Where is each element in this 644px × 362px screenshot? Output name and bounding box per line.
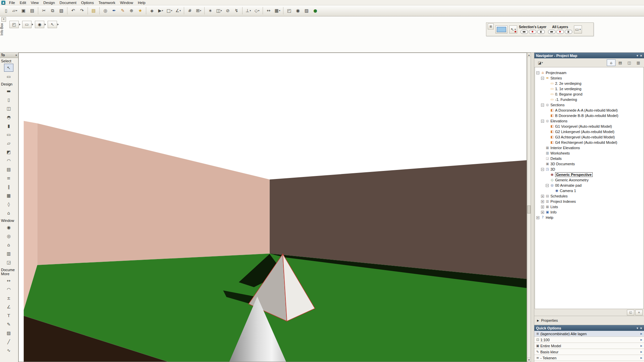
quick-option-row[interactable]: ⊡1:100▶ xyxy=(534,337,644,343)
selection-status-button[interactable] xyxy=(529,30,536,34)
tree-item[interactable]: +▥Project Indexes xyxy=(535,199,643,204)
tree-item[interactable]: ▣3D Documents xyxy=(535,161,643,167)
orbit-button[interactable]: ◉ xyxy=(35,21,44,28)
menu-teamwork[interactable]: Teamwork xyxy=(96,0,118,5)
roof-tool[interactable]: ◩ xyxy=(4,148,13,156)
tree-item[interactable]: −⌂Projectnaam xyxy=(535,70,643,75)
new-button[interactable]: ▯ xyxy=(2,6,10,15)
scroll-down-icon[interactable]: ▼ xyxy=(527,358,531,362)
print-button[interactable]: ▤ xyxy=(28,6,36,15)
expand-icon[interactable]: + xyxy=(541,211,544,214)
mesh-tool[interactable]: ▦ xyxy=(4,191,13,199)
tree-item[interactable]: ◧G1 Voorgevel (Auto-rebuild Model) xyxy=(535,124,643,129)
menu-window[interactable]: Window xyxy=(118,0,136,5)
menu-edit[interactable]: Edit xyxy=(17,0,29,5)
selection-show-button[interactable] xyxy=(521,30,528,34)
shell-tool[interactable]: ◠ xyxy=(4,157,13,165)
pencil-button[interactable]: ✎ xyxy=(119,6,127,15)
tree-item[interactable]: −◳3D xyxy=(535,167,643,172)
layer-arrow-button[interactable]: ↖▾ xyxy=(509,25,517,34)
chevron-down-icon[interactable]: ▾ xyxy=(637,326,638,330)
close-icon[interactable]: × xyxy=(640,326,642,330)
tree-item[interactable]: ◲Details xyxy=(535,156,643,161)
properties-expander[interactable]: ▶ Properties xyxy=(534,316,644,325)
tree-item[interactable]: ▭2. 2e verdieping xyxy=(535,81,643,86)
collapse-icon[interactable]: − xyxy=(541,168,544,171)
spline-tool[interactable]: ∿ xyxy=(4,346,13,354)
stair-tool[interactable]: ≡ xyxy=(4,174,13,182)
all-show-button[interactable] xyxy=(548,30,555,34)
section-tool[interactable]: ◎ xyxy=(4,232,13,240)
quick-option-row[interactable]: ✎Basis kleur▶ xyxy=(534,349,644,355)
curtain-wall-tool[interactable]: ▤ xyxy=(4,165,13,173)
elevation-tool[interactable]: ⌂ xyxy=(4,241,13,249)
redo-button[interactable]: ↷ xyxy=(78,6,86,15)
marquee-tool[interactable]: ▭ xyxy=(4,72,13,80)
tree-item[interactable]: +?Help xyxy=(535,215,643,220)
all-lock-button[interactable] xyxy=(565,30,572,34)
close-icon[interactable]: × xyxy=(640,54,642,57)
quick-option-row[interactable]: ≣(lagencombinatie) Alle lagen▶ xyxy=(534,331,644,337)
menu-file[interactable]: File xyxy=(7,0,17,5)
snap-options-button[interactable]: ⊞▾ xyxy=(195,6,203,15)
marquee-button[interactable]: ▭ xyxy=(22,21,32,28)
quick-option-row[interactable]: ≡- Tekenen▶ xyxy=(534,355,644,361)
tree-item[interactable]: ◇Generic Axonometry xyxy=(535,177,643,183)
paste-button[interactable]: ▧ xyxy=(57,6,65,15)
hotlink-button[interactable]: ◰ xyxy=(285,6,293,15)
tree-item[interactable]: ▥Worksheets xyxy=(535,150,643,156)
trace-reference-button[interactable]: ▦▾ xyxy=(273,6,281,15)
info-palette-button[interactable]: ◈ xyxy=(148,6,156,15)
object-tool[interactable]: ⌂ xyxy=(4,209,13,217)
undo-button[interactable]: ↶ xyxy=(69,6,77,15)
groups-button[interactable]: ◫▾ xyxy=(215,6,223,15)
worksheet-tool[interactable]: ▥ xyxy=(4,249,13,257)
menu-help[interactable]: Help xyxy=(136,0,148,5)
layer-extra-button[interactable]: ▭▾ xyxy=(574,25,582,34)
tree-item[interactable]: ◧G4 Rechtergevel (Auto-rebuild Model) xyxy=(535,140,643,145)
scrollbar-thumb[interactable] xyxy=(527,205,531,214)
tree-item[interactable]: ▭0. Begane grond xyxy=(535,92,643,97)
tree-item[interactable]: −◎Sections xyxy=(535,102,643,108)
beam-tool[interactable]: ▭ xyxy=(4,130,13,138)
wall-tool[interactable]: ▬ xyxy=(4,87,13,95)
close-button[interactable]: × xyxy=(635,310,643,315)
gravity-button[interactable]: ⊥▾ xyxy=(244,6,252,15)
collapse-icon[interactable]: − xyxy=(546,184,549,187)
view-map-button[interactable]: ▤ xyxy=(616,59,625,66)
vertical-scrollbar[interactable]: ▲ ▼ xyxy=(527,53,531,362)
pen-sets-button[interactable]: ✒ xyxy=(110,6,118,15)
door-tool[interactable]: ▯ xyxy=(4,96,13,104)
label-tool[interactable]: ✎ xyxy=(4,320,13,328)
image-button[interactable]: ▨ xyxy=(303,6,311,15)
tree-item[interactable]: ◧B Doorsnede B-B (Auto-rebuild Model) xyxy=(535,113,643,118)
tree-item[interactable]: +▦Lists xyxy=(535,204,643,209)
tree-item[interactable]: ◧A Doorsnede A-A (Auto-rebuild Model) xyxy=(535,108,643,113)
selection-lock-button[interactable] xyxy=(537,30,545,34)
project-map-button[interactable]: ⌂ xyxy=(607,59,615,66)
zoom-button[interactable]: ⊕ xyxy=(127,6,136,15)
tree-item[interactable]: ◉Generic Perspective xyxy=(535,172,643,177)
camera-button[interactable]: ◉ xyxy=(294,6,302,15)
angle-dimension-tool[interactable]: ∠ xyxy=(4,303,13,311)
expand-icon[interactable]: + xyxy=(541,200,544,203)
layer-grid-button[interactable]: ⊞ xyxy=(488,23,494,29)
collapse-icon[interactable]: − xyxy=(541,104,544,107)
tree-item[interactable]: +▤Schedules xyxy=(535,193,643,199)
close-icon[interactable]: × xyxy=(15,54,17,57)
record-button[interactable]: ● xyxy=(311,6,319,15)
fill-tool[interactable]: ▨ xyxy=(4,329,13,337)
settings-button[interactable]: ◰ xyxy=(9,21,19,28)
find-select-button[interactable]: ◎ xyxy=(101,6,109,15)
expand-icon[interactable]: + xyxy=(541,195,544,198)
radial-dimension-tool[interactable]: ◠ xyxy=(4,285,13,293)
arrow-options-button[interactable]: ▶▾ xyxy=(157,6,165,15)
measure-button[interactable]: ↔ xyxy=(265,6,273,15)
layout-book-button[interactable]: ◫ xyxy=(625,59,634,66)
marquee-options-button[interactable]: □▾ xyxy=(165,6,173,15)
menu-options[interactable]: Options xyxy=(79,0,96,5)
tree-item[interactable]: ◉Camera 1 xyxy=(535,188,643,193)
grid-snap-button[interactable]: # xyxy=(186,6,194,15)
magic-wand-button[interactable]: ↯ xyxy=(232,6,240,15)
info-box-tab[interactable]: Info Box xyxy=(0,22,4,36)
